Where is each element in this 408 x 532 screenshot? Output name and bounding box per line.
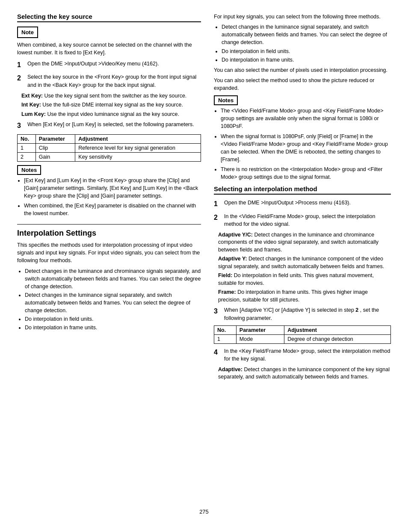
table-row: 2GainKey sensitivity: [18, 152, 201, 161]
params-table-2-header-row: No. Parameter Adjustment: [214, 325, 391, 334]
note-text: When combined, a key source cannot be se…: [17, 41, 201, 56]
note-label-box: Note: [17, 27, 38, 38]
lum-key-label: Lum Key: Use the input video luminance s…: [17, 111, 201, 118]
step-2: 2 Select the key source in the <Front Ke…: [17, 73, 201, 89]
interp-step-2-content: In the <Video Field/Frame Mode> group, s…: [224, 213, 391, 228]
section-key-source: Selecting the key source Note When combi…: [17, 13, 201, 217]
right-para2: You can also select the method used to s…: [214, 77, 391, 92]
table-cell: Degree of change detection: [284, 334, 391, 343]
adaptive-key-text: Detect changes in the luminance componen…: [218, 366, 390, 380]
lum-key-bold: Lum Key:: [21, 111, 46, 117]
field-text: Do interpolation in field units. This gi…: [218, 272, 374, 286]
step-1-num: 1: [17, 60, 27, 70]
col-adjustment: Adjustment: [75, 134, 201, 143]
interp-step-3-text: When [Adaptive Y/C] or [Adaptive Y] is s…: [224, 307, 354, 313]
params-table-1-header-row: No. Parameter Adjustment: [18, 134, 201, 143]
params-table-1: No. Parameter Adjustment 1ClipReference …: [17, 134, 201, 162]
adaptive-key-label: Adaptive: Detect changes in the luminanc…: [214, 366, 391, 381]
col-no: No.: [18, 134, 36, 143]
step-1: 1 Open the DME >Input/Output >Video/Key …: [17, 60, 201, 70]
notes-box-right: Notes The <Video Field/Frame Mode> group…: [214, 95, 391, 181]
int-key-bold: Int Key:: [21, 102, 41, 108]
list-item: There is no restriction on the <Interpol…: [221, 166, 391, 181]
interp-step-3-num: 3: [214, 306, 224, 322]
step-3: 3 When [Ext Key] or [Lum Key] is selecte…: [17, 121, 201, 130]
right-intro: For input key signals, you can select fr…: [214, 13, 391, 21]
frame-label: Frame: Do interpolation in frame units. …: [214, 289, 391, 304]
list-item: Detect changes in the luminance and chro…: [25, 267, 201, 290]
table-cell: Gain: [35, 152, 75, 161]
interp-step-4: 4 In the <Key Field/Frame Mode> group, s…: [214, 347, 391, 363]
section-interpolation-settings: Interpolation Settings This specifies th…: [17, 229, 201, 331]
list-item: Do interpolation in field units.: [222, 47, 391, 55]
col2-adjustment: Adjustment: [284, 325, 391, 334]
ext-key-bold: Ext Key:: [21, 93, 43, 99]
ext-key-label: Ext Key: Use the key signal sent from th…: [17, 92, 201, 100]
notes-list-left: [Ext Key] and [Lum Key] in the <Front Ke…: [17, 177, 201, 218]
interpolation-bullets-left: Detect changes in the luminance and chro…: [25, 267, 201, 332]
step-2-content: Select the key source in the <Front Key>…: [27, 73, 201, 89]
step-3-num: 3: [17, 121, 27, 130]
table-cell: 2: [18, 152, 36, 161]
table-cell: Mode: [236, 334, 284, 343]
col2-no: No.: [214, 325, 237, 334]
page-number: 275: [17, 508, 391, 515]
adaptive-key-bold: Adaptive:: [218, 366, 242, 372]
table-row: 1ModeDegree of change detection: [214, 334, 391, 343]
list-item: Do interpolation in frame units.: [222, 56, 391, 64]
notes-label-1: Notes: [17, 165, 41, 175]
interp-step-3-content: When [Adaptive Y/C] or [Adaptive Y] is s…: [224, 306, 391, 322]
section-interp-method: Selecting an interpolation method 1 Open…: [214, 185, 391, 381]
interp-step-2-num: 2: [214, 213, 224, 228]
ext-key-text: Use the key signal sent from the switche…: [44, 93, 187, 99]
step-3-content: When [Ext Key] or [Lum Key] is selected,…: [27, 121, 201, 130]
params-table-2: No. Parameter Adjustment 1ModeDegree of …: [214, 325, 391, 344]
col2-parameter: Parameter: [236, 325, 284, 334]
table-cell: Reference level for key signal generatio…: [75, 143, 201, 152]
right-bullets: Detect changes in the luminance signal s…: [222, 23, 391, 64]
list-item: [Ext Key] and [Lum Key] in the <Front Ke…: [24, 177, 201, 200]
table-cell: 1: [214, 334, 237, 343]
table-cell: 1: [18, 143, 36, 152]
frame-text: Do interpolation in frame units. This gi…: [218, 289, 368, 303]
list-item: Detect changes in the luminance signal s…: [25, 291, 201, 314]
left-column: Selecting the key source Note When combi…: [17, 13, 201, 500]
interpolation-settings-title: Interpolation Settings: [17, 229, 201, 238]
interp-step-2: 2 In the <Video Field/Frame Mode> group,…: [214, 213, 391, 228]
interp-step-1: 1 Open the DME >Input/Output >Process me…: [214, 199, 391, 209]
interp-step-3: 3 When [Adaptive Y/C] or [Adaptive Y] is…: [214, 306, 391, 322]
right-para1: You can also select the number of pixels…: [214, 66, 391, 74]
lum-key-text: Use the input video luminance signal as …: [47, 111, 179, 117]
field-label: Field: Do interpolation in field units. …: [214, 272, 391, 287]
interp-method-title: Selecting an interpolation method: [214, 185, 391, 195]
interpolation-intro: This specifies the methods used for inte…: [17, 241, 201, 264]
section-divider: [17, 224, 201, 225]
frame-bold: Frame:: [218, 289, 236, 295]
section-key-source-title: Selecting the key source: [17, 13, 201, 22]
step-2-num: 2: [17, 73, 27, 89]
list-item: Detect changes in the luminance signal s…: [222, 23, 391, 46]
notes-label-right: Notes: [214, 95, 238, 105]
table-row: 1ClipReference level for key signal gene…: [18, 143, 201, 152]
note-label: Note: [21, 29, 34, 35]
list-item: Do interpolation in frame units.: [25, 324, 201, 331]
adaptive-y-label: Adaptive Y: Detect changes in the lumina…: [214, 255, 391, 270]
int-key-label: Int Key: Use the full-size DME internal …: [17, 101, 201, 109]
adaptive-y-bold: Adaptive Y:: [218, 256, 247, 262]
interp-step-4-content: In the <Key Field/Frame Mode> group, sel…: [224, 347, 391, 363]
right-column: For input key signals, you can select fr…: [214, 13, 391, 500]
col-parameter: Parameter: [35, 134, 75, 143]
page: Selecting the key source Note When combi…: [0, 0, 408, 532]
field-bold: Field:: [218, 272, 232, 278]
table-cell: Clip: [35, 143, 75, 152]
step-1-content: Open the DME >Input/Output >Video/Key me…: [27, 60, 201, 70]
list-item: When the signal format is 1080PsF, only …: [221, 133, 391, 164]
interp-step-1-content: Open the DME >Input/Output >Process menu…: [224, 199, 391, 209]
note-box: Note When combined, a key source cannot …: [17, 27, 201, 56]
two-column-layout: Selecting the key source Note When combi…: [17, 13, 391, 500]
notes-list-right: The <Video Field/Frame Mode> group and <…: [214, 107, 391, 181]
int-key-text: Use the full-size DME internal key signa…: [42, 102, 183, 108]
adaptive-yc-bold: Adaptive Y/C:: [218, 232, 253, 238]
notes-box-1: Notes [Ext Key] and [Lum Key] in the <Fr…: [17, 165, 201, 218]
list-item: When combined, the [Ext Key] parameter i…: [24, 202, 201, 217]
